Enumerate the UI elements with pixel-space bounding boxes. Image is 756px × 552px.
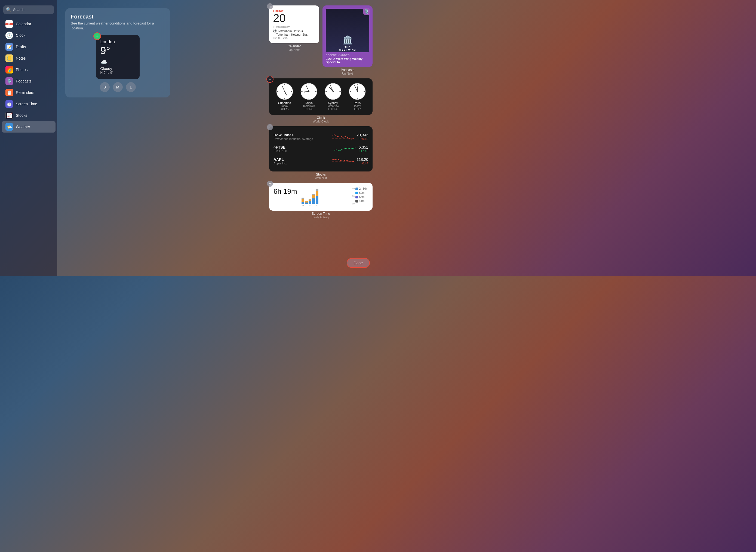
sidebar-item-clock[interactable]: 🕐 Clock (2, 30, 55, 41)
clock-face-paris (349, 83, 366, 100)
stock-price-dj: 29,343 (356, 133, 368, 137)
clock-day-paris: Today (349, 105, 366, 108)
done-button[interactable]: Done (347, 258, 370, 268)
forecast-title: Forecast (71, 14, 165, 20)
size-medium-button[interactable]: M (113, 82, 123, 92)
sidebar-item-podcasts[interactable]: 🎙️ Podcasts (2, 76, 55, 87)
app-row-0: 2h 50m (355, 187, 368, 190)
clock-city-tokyo: Tokyo (300, 101, 318, 105)
search-placeholder: Search (13, 8, 24, 12)
event-icon: ⚽ (273, 29, 277, 33)
clock-widget-label: Clock (269, 116, 372, 120)
screentime-widget: − 6h 19m 04 (269, 183, 372, 211)
sidebar-item-label-clock: Clock (16, 33, 25, 37)
size-selector: S M L (71, 82, 165, 92)
sidebar-item-label-calendar: Calendar (16, 22, 31, 26)
calendar-event: ⚽ Tottenham Hotspur... (273, 29, 315, 33)
search-bar[interactable]: 🔍 Search (3, 5, 54, 14)
clock-offset-tokyo: +9HRS (300, 108, 318, 111)
calendar-tomorrow-label: TOMORROW (273, 26, 315, 29)
podcasts-widget-label: Podcasts (322, 68, 372, 72)
podcast-badge: RECENTLY ADDED (326, 54, 369, 56)
calendar-event-subtitle: Tottenham Hotspur Sta... (273, 33, 315, 36)
svg-point-7 (284, 91, 285, 92)
stock-name-ftse: FTSE 100 (274, 149, 331, 153)
clock-widget: − (269, 79, 372, 115)
size-large-button[interactable]: L (126, 82, 136, 92)
clock-cities-row: Cupertino Today -8HRS (274, 83, 368, 111)
size-small-button[interactable]: S (100, 82, 110, 92)
remove-stocks-button[interactable]: − (267, 124, 273, 130)
screentime-widget-sublabel: Daily Activity (269, 216, 372, 219)
sidebar-item-stocks[interactable]: 📈 Stocks (2, 110, 55, 121)
weather-icon: 🌤️ (5, 123, 13, 131)
screentime-apps: 2h 50m 59m 55m 41m (355, 187, 368, 206)
podcasts-widget: 🎙️ 🏛️ THEWEST WING RECENTLY ADDED 0.20: … (322, 5, 372, 67)
event-time: 15:00–17:00 (273, 36, 315, 39)
app-time-0: 2h 50m (359, 187, 368, 190)
stock-chart-dj (332, 133, 354, 141)
photos-icon: 🌈 (5, 66, 13, 74)
calendar-widget: − FRIDAY 20 TOMORROW ⚽ Tottenham Hotspur… (269, 5, 319, 43)
stock-name-dj: Dow Jones Industrial Average (274, 137, 329, 140)
calendar-date: 20 (273, 12, 315, 24)
stock-name-aapl: Apple Inc. (274, 162, 329, 165)
sidebar-item-label-notes: Notes (16, 56, 26, 60)
weather-high-low: H:9° L:9° (101, 71, 135, 75)
sidebar-item-weather[interactable]: 🌤️ Weather (2, 121, 55, 133)
podcasts-app-icon: 🎙️ (363, 8, 370, 15)
sidebar-item-screentime[interactable]: ⏱️ Screen Time (2, 98, 55, 110)
app-time-3: 41m (359, 199, 364, 202)
sidebar-item-calendar[interactable]: 17 Calendar (2, 18, 55, 30)
clock-sydney: Sydney Tomorrow +11HRS (324, 83, 342, 111)
stocks-widget: − Dow Jones Dow Jones Industrial Average… (269, 126, 372, 171)
clock-face-sydney (324, 83, 342, 100)
stock-ticker-ftse: ^FTSE (274, 145, 331, 149)
stock-row-aapl: AAPL Apple Inc. 118.20 -0.44 (274, 155, 368, 167)
calendar-widget-sublabel: Up Next (269, 48, 319, 51)
search-icon: 🔍 (6, 7, 11, 12)
sidebar-item-label-weather: Weather (16, 125, 30, 129)
stock-row-dowjones: Dow Jones Dow Jones Industrial Average 2… (274, 131, 368, 143)
clock-day-cupertino: Today (276, 105, 293, 108)
stocks-icon: 📈 (5, 112, 13, 119)
sidebar-item-label-screentime: Screen Time (16, 102, 37, 106)
screentime-chart: 04 . 1 (302, 187, 349, 206)
clock-face-tokyo (300, 83, 318, 100)
sidebar-item-photos[interactable]: 🌈 Photos (2, 64, 55, 76)
stocks-widget-sublabel: Watchlist (269, 176, 372, 180)
sidebar-item-drafts[interactable]: 📝 Drafts (2, 41, 55, 52)
app-time-1: 59m (359, 191, 364, 194)
clock-cupertino: Cupertino Today -8HRS (276, 83, 293, 111)
remove-calendar-button[interactable]: − (267, 3, 273, 9)
event-subtitle: Tottenham Hotspur Sta... (276, 33, 309, 36)
clock-offset-paris: +1HR (349, 108, 366, 111)
clock-city-sydney: Sydney (324, 101, 342, 105)
clock-face-cupertino (276, 83, 293, 100)
stock-change-ftse: +17.10 (359, 149, 368, 153)
sidebar-item-label-podcasts: Podcasts (16, 79, 31, 83)
widgets-area: − FRIDAY 20 TOMORROW ⚽ Tottenham Hotspur… (269, 5, 372, 219)
stock-change-dj: -139.69 (356, 137, 368, 140)
screentime-widget-wrapper: − 6h 19m 04 (269, 183, 372, 219)
stock-price-ftse: 6,351 (359, 145, 368, 149)
clock-icon: 🕐 (5, 31, 13, 39)
notes-icon: 📒 (5, 54, 13, 62)
sidebar: 🔍 Search 17 Calendar 🕐 Clock 📝 Drafts 📒 … (0, 0, 57, 276)
sidebar-item-notes[interactable]: 📒 Notes (2, 52, 55, 64)
clock-city-cupertino: Cupertino (276, 101, 293, 105)
podcasts-widget-sublabel: Up Next (322, 72, 372, 75)
stocks-widget-wrapper: − Dow Jones Dow Jones Industrial Average… (269, 126, 372, 180)
app-time-2: 55m (359, 195, 364, 198)
calendar-widget-label: Calendar (269, 44, 319, 48)
remove-screentime-button[interactable]: − (267, 181, 273, 187)
clock-widget-wrapper: − (269, 79, 372, 123)
podcasts-widget-wrapper: 🎙️ 🏛️ THEWEST WING RECENTLY ADDED 0.20: … (322, 5, 372, 75)
calendar-widget-wrapper: − FRIDAY 20 TOMORROW ⚽ Tottenham Hotspur… (269, 5, 319, 75)
add-widget-button[interactable]: + (93, 32, 101, 40)
sidebar-item-reminders[interactable]: 📋 Reminders (2, 87, 55, 98)
weather-temperature: 9° (101, 45, 135, 56)
weather-condition: Cloudy (101, 66, 135, 71)
remove-clock-button[interactable]: − (267, 76, 274, 83)
clock-city-paris: Paris (349, 101, 366, 105)
